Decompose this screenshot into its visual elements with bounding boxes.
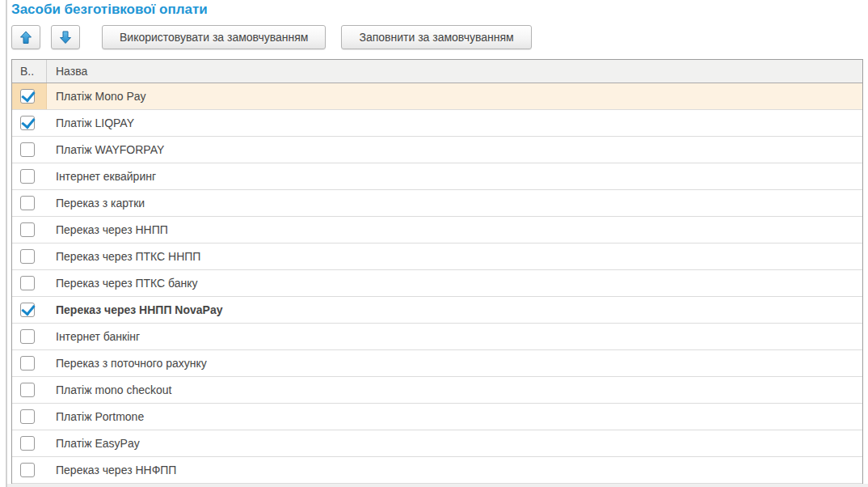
row-name-cell: Платіж LIQPAY xyxy=(47,110,862,136)
table-row[interactable]: Переказ через ПТКС банку xyxy=(12,270,862,297)
row-name-cell: Переказ через ПТКС ННПП xyxy=(47,244,862,269)
row-name: Переказ через ННПП xyxy=(56,223,168,236)
row-checkbox-cell xyxy=(12,270,47,296)
bottom-strip xyxy=(7,484,868,487)
row-name: Платіж Portmone xyxy=(56,410,144,423)
up-arrow-icon xyxy=(19,31,32,44)
row-checkbox-cell xyxy=(12,83,47,109)
row-name: Інтернет еквайринг xyxy=(56,170,156,183)
row-checkbox[interactable] xyxy=(20,89,35,104)
row-name: Переказ через ННПП NovaPay xyxy=(56,303,222,316)
move-up-button[interactable] xyxy=(11,25,40,49)
table-header: В.. Назва xyxy=(12,60,862,83)
row-name: Платіж LIQPAY xyxy=(56,116,134,129)
row-name-cell: Платіж WAYFORPAY xyxy=(47,137,862,163)
table-body: Платіж Mono Pay Платіж LIQPAY Платіж WAY… xyxy=(12,83,862,484)
table-row[interactable]: Переказ з поточного рахунку xyxy=(12,350,862,377)
panel-divider xyxy=(6,0,7,487)
row-checkbox-cell xyxy=(12,324,47,349)
row-checkbox-cell xyxy=(12,377,47,403)
row-name: Платіж mono checkout xyxy=(56,383,171,396)
row-name-cell: Платіж EasyPay xyxy=(47,430,862,456)
toolbar: Використовувати за замовчуванням Заповни… xyxy=(11,25,532,49)
row-checkbox[interactable] xyxy=(20,409,35,424)
row-checkbox[interactable] xyxy=(20,329,35,344)
row-checkbox[interactable] xyxy=(20,142,35,157)
row-name-cell: Інтернет еквайринг xyxy=(47,163,862,189)
row-name-cell: Інтернет банкінг xyxy=(47,324,862,349)
row-name-cell: Платіж Portmone xyxy=(47,404,862,430)
row-name-cell: Платіж Mono Pay xyxy=(47,83,862,109)
row-checkbox[interactable] xyxy=(20,356,35,371)
row-checkbox-cell xyxy=(12,163,47,189)
row-name: Платіж Mono Pay xyxy=(56,90,146,103)
row-checkbox-cell xyxy=(12,190,47,216)
table-row[interactable]: Переказ через ННФПП xyxy=(12,457,862,484)
row-checkbox-cell xyxy=(12,110,47,136)
table-row[interactable]: Переказ через ННПП NovaPay xyxy=(12,297,862,324)
use-default-button[interactable]: Використовувати за замовчуванням xyxy=(102,25,326,49)
row-checkbox[interactable] xyxy=(20,303,35,317)
row-name: Переказ через ННФПП xyxy=(56,464,176,476)
row-name-cell: Переказ через ННФПП xyxy=(47,457,862,483)
row-name: Переказ з картки xyxy=(56,197,145,210)
row-checkbox[interactable] xyxy=(20,116,35,130)
row-name: Платіж WAYFORPAY xyxy=(56,143,164,156)
down-arrow-icon xyxy=(59,31,72,44)
table-row[interactable]: Платіж Portmone xyxy=(12,404,862,430)
row-checkbox[interactable] xyxy=(20,463,35,477)
table-row[interactable]: Інтернет еквайринг xyxy=(12,163,862,190)
row-checkbox[interactable] xyxy=(20,196,35,210)
row-checkbox[interactable] xyxy=(20,249,35,264)
payment-methods-table: В.. Назва Платіж Mono Pay Платіж LIQPAY … xyxy=(11,59,863,484)
row-name: Платіж EasyPay xyxy=(56,437,140,450)
table-row[interactable]: Платіж EasyPay xyxy=(12,430,862,457)
row-checkbox-cell xyxy=(12,297,47,323)
row-checkbox[interactable] xyxy=(20,436,35,451)
row-checkbox-cell xyxy=(12,350,47,376)
row-checkbox-cell xyxy=(12,404,47,430)
row-name-cell: Переказ через ННПП xyxy=(47,217,862,243)
column-header-name[interactable]: Назва xyxy=(47,60,862,83)
row-name-cell: Переказ через ННПП NovaPay xyxy=(47,297,862,323)
row-name: Інтернет банкінг xyxy=(56,330,140,343)
row-checkbox[interactable] xyxy=(20,222,35,237)
table-row[interactable]: Переказ через ННПП xyxy=(12,217,862,244)
row-name: Переказ з поточного рахунку xyxy=(56,357,207,370)
table-row[interactable]: Платіж LIQPAY xyxy=(12,110,862,137)
table-row[interactable]: Переказ через ПТКС ННПП xyxy=(12,244,862,270)
column-header-use[interactable]: В.. xyxy=(12,60,47,83)
row-name: Переказ через ПТКС банку xyxy=(56,277,198,290)
row-checkbox[interactable] xyxy=(20,383,35,397)
row-checkbox[interactable] xyxy=(20,169,35,184)
table-row[interactable]: Інтернет банкінг xyxy=(12,324,862,350)
row-checkbox-cell xyxy=(12,137,47,163)
row-name-cell: Платіж mono checkout xyxy=(47,377,862,403)
row-name-cell: Переказ через ПТКС банку xyxy=(47,270,862,296)
row-checkbox-cell xyxy=(12,457,47,483)
page-title: Засоби безготівкової оплати xyxy=(11,2,208,18)
fill-default-button[interactable]: Заповнити за замовчуванням xyxy=(341,25,531,49)
row-name-cell: Переказ з поточного рахунку xyxy=(47,350,862,376)
row-checkbox-cell xyxy=(12,244,47,269)
move-down-button[interactable] xyxy=(51,25,80,49)
table-row[interactable]: Платіж Mono Pay xyxy=(12,83,862,110)
row-checkbox-cell xyxy=(12,217,47,243)
table-row[interactable]: Платіж mono checkout xyxy=(12,377,862,404)
table-row[interactable]: Платіж WAYFORPAY xyxy=(12,137,862,163)
row-checkbox-cell xyxy=(12,430,47,456)
table-row[interactable]: Переказ з картки xyxy=(12,190,862,217)
row-checkbox[interactable] xyxy=(20,276,35,290)
row-name: Переказ через ПТКС ННПП xyxy=(56,250,200,263)
row-name-cell: Переказ з картки xyxy=(47,190,862,216)
